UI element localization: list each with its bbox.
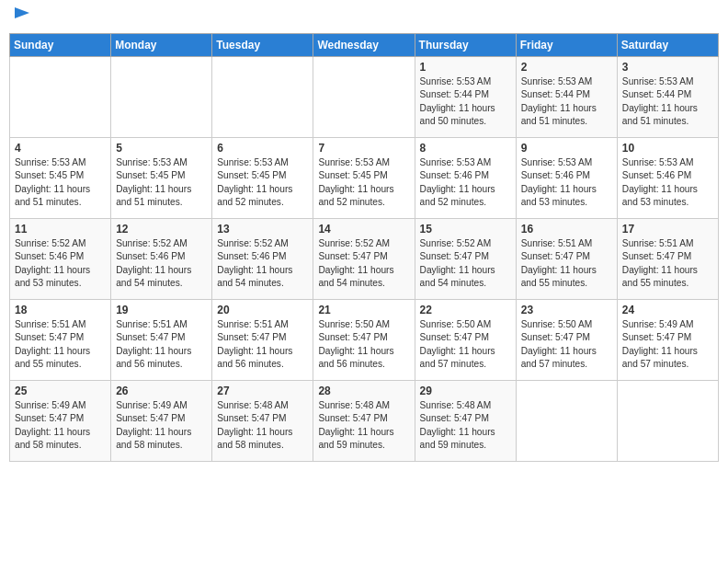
calendar-cell: 17Sunrise: 5:51 AM Sunset: 5:47 PM Dayli…: [617, 219, 718, 300]
day-info: Sunrise: 5:51 AM Sunset: 5:47 PM Dayligh…: [217, 318, 308, 371]
day-number: 16: [521, 223, 612, 236]
weekday-header-monday: Monday: [111, 34, 212, 57]
calendar-cell: 23Sunrise: 5:50 AM Sunset: 5:47 PM Dayli…: [516, 300, 617, 381]
calendar-week-row: 4Sunrise: 5:53 AM Sunset: 5:45 PM Daylig…: [10, 138, 719, 219]
day-number: 19: [116, 304, 207, 316]
day-number: 3: [622, 61, 713, 74]
day-info: Sunrise: 5:50 AM Sunset: 5:47 PM Dayligh…: [521, 318, 612, 371]
calendar-week-row: 18Sunrise: 5:51 AM Sunset: 5:47 PM Dayli…: [10, 300, 719, 381]
weekday-header-saturday: Saturday: [617, 34, 718, 57]
day-number: 28: [318, 385, 409, 397]
svg-marker-0: [15, 7, 29, 18]
day-info: Sunrise: 5:53 AM Sunset: 5:44 PM Dayligh…: [420, 75, 511, 128]
day-info: Sunrise: 5:53 AM Sunset: 5:46 PM Dayligh…: [622, 156, 713, 209]
day-info: Sunrise: 5:52 AM Sunset: 5:46 PM Dayligh…: [116, 237, 207, 290]
calendar-cell: 11Sunrise: 5:52 AM Sunset: 5:46 PM Dayli…: [10, 219, 111, 300]
calendar-cell: 1Sunrise: 5:53 AM Sunset: 5:44 PM Daylig…: [415, 57, 516, 138]
day-number: 26: [116, 385, 207, 397]
calendar-week-row: 1Sunrise: 5:53 AM Sunset: 5:44 PM Daylig…: [10, 57, 719, 138]
day-number: 6: [217, 142, 308, 155]
calendar-cell: 28Sunrise: 5:48 AM Sunset: 5:47 PM Dayli…: [313, 381, 415, 462]
weekday-header-wednesday: Wednesday: [313, 34, 415, 57]
day-info: Sunrise: 5:51 AM Sunset: 5:47 PM Dayligh…: [15, 318, 106, 371]
weekday-header-sunday: Sunday: [10, 34, 111, 57]
day-number: 14: [318, 223, 409, 236]
day-number: 20: [217, 304, 308, 316]
calendar-table: SundayMondayTuesdayWednesdayThursdayFrid…: [9, 33, 719, 462]
calendar-cell: 20Sunrise: 5:51 AM Sunset: 5:47 PM Dayli…: [212, 300, 313, 381]
day-number: 22: [420, 304, 511, 316]
calendar-cell: 9Sunrise: 5:53 AM Sunset: 5:46 PM Daylig…: [516, 138, 617, 219]
day-info: Sunrise: 5:53 AM Sunset: 5:44 PM Dayligh…: [521, 75, 612, 128]
day-info: Sunrise: 5:53 AM Sunset: 5:45 PM Dayligh…: [15, 156, 106, 209]
day-number: 13: [217, 223, 308, 236]
calendar-cell: 12Sunrise: 5:52 AM Sunset: 5:46 PM Dayli…: [111, 219, 212, 300]
calendar-cell: 3Sunrise: 5:53 AM Sunset: 5:44 PM Daylig…: [617, 57, 718, 138]
calendar-cell: 29Sunrise: 5:48 AM Sunset: 5:47 PM Dayli…: [415, 381, 516, 462]
calendar-cell: 10Sunrise: 5:53 AM Sunset: 5:46 PM Dayli…: [617, 138, 718, 219]
calendar-cell: 7Sunrise: 5:53 AM Sunset: 5:45 PM Daylig…: [313, 138, 415, 219]
day-number: 2: [521, 61, 612, 74]
day-info: Sunrise: 5:52 AM Sunset: 5:47 PM Dayligh…: [420, 237, 511, 290]
day-info: Sunrise: 5:49 AM Sunset: 5:47 PM Dayligh…: [15, 399, 106, 452]
calendar-cell: 25Sunrise: 5:49 AM Sunset: 5:47 PM Dayli…: [10, 381, 111, 462]
day-info: Sunrise: 5:51 AM Sunset: 5:47 PM Dayligh…: [116, 318, 207, 371]
day-number: 18: [15, 304, 106, 316]
day-number: 25: [15, 385, 106, 397]
logo-flag-icon: [11, 6, 31, 26]
day-info: Sunrise: 5:49 AM Sunset: 5:47 PM Dayligh…: [116, 399, 207, 452]
weekday-header-row: SundayMondayTuesdayWednesdayThursdayFrid…: [10, 34, 719, 57]
logo: [9, 15, 31, 26]
calendar-cell: 27Sunrise: 5:48 AM Sunset: 5:47 PM Dayli…: [212, 381, 313, 462]
day-info: Sunrise: 5:48 AM Sunset: 5:47 PM Dayligh…: [318, 399, 409, 452]
calendar-cell: [313, 57, 415, 138]
day-number: 11: [15, 223, 106, 236]
calendar-cell: [10, 57, 111, 138]
weekday-header-tuesday: Tuesday: [212, 34, 313, 57]
day-number: 5: [116, 142, 207, 155]
calendar-cell: 8Sunrise: 5:53 AM Sunset: 5:46 PM Daylig…: [415, 138, 516, 219]
day-info: Sunrise: 5:52 AM Sunset: 5:46 PM Dayligh…: [15, 237, 106, 290]
day-info: Sunrise: 5:53 AM Sunset: 5:44 PM Dayligh…: [622, 75, 713, 128]
calendar-cell: [516, 381, 617, 462]
day-info: Sunrise: 5:53 AM Sunset: 5:45 PM Dayligh…: [116, 156, 207, 209]
day-info: Sunrise: 5:48 AM Sunset: 5:47 PM Dayligh…: [217, 399, 308, 452]
calendar-cell: 18Sunrise: 5:51 AM Sunset: 5:47 PM Dayli…: [10, 300, 111, 381]
day-number: 7: [318, 142, 409, 155]
day-number: 23: [521, 304, 612, 316]
calendar-cell: 15Sunrise: 5:52 AM Sunset: 5:47 PM Dayli…: [415, 219, 516, 300]
day-info: Sunrise: 5:52 AM Sunset: 5:46 PM Dayligh…: [217, 237, 308, 290]
day-number: 4: [15, 142, 106, 155]
weekday-header-friday: Friday: [516, 34, 617, 57]
calendar-cell: 6Sunrise: 5:53 AM Sunset: 5:45 PM Daylig…: [212, 138, 313, 219]
calendar-cell: 2Sunrise: 5:53 AM Sunset: 5:44 PM Daylig…: [516, 57, 617, 138]
day-info: Sunrise: 5:53 AM Sunset: 5:45 PM Dayligh…: [318, 156, 409, 209]
calendar-cell: 19Sunrise: 5:51 AM Sunset: 5:47 PM Dayli…: [111, 300, 212, 381]
day-number: 29: [420, 385, 511, 397]
calendar-cell: 16Sunrise: 5:51 AM Sunset: 5:47 PM Dayli…: [516, 219, 617, 300]
day-number: 21: [318, 304, 409, 316]
day-info: Sunrise: 5:53 AM Sunset: 5:46 PM Dayligh…: [521, 156, 612, 209]
day-info: Sunrise: 5:53 AM Sunset: 5:46 PM Dayligh…: [420, 156, 511, 209]
day-number: 8: [420, 142, 511, 155]
day-number: 1: [420, 61, 511, 74]
calendar-cell: 22Sunrise: 5:50 AM Sunset: 5:47 PM Dayli…: [415, 300, 516, 381]
weekday-header-thursday: Thursday: [415, 34, 516, 57]
day-info: Sunrise: 5:53 AM Sunset: 5:45 PM Dayligh…: [217, 156, 308, 209]
page-header: [9, 9, 719, 26]
calendar-cell: 24Sunrise: 5:49 AM Sunset: 5:47 PM Dayli…: [617, 300, 718, 381]
day-number: 24: [622, 304, 713, 316]
day-info: Sunrise: 5:52 AM Sunset: 5:47 PM Dayligh…: [318, 237, 409, 290]
calendar-week-row: 11Sunrise: 5:52 AM Sunset: 5:46 PM Dayli…: [10, 219, 719, 300]
day-number: 15: [420, 223, 511, 236]
day-number: 9: [521, 142, 612, 155]
day-info: Sunrise: 5:49 AM Sunset: 5:47 PM Dayligh…: [622, 318, 713, 371]
calendar-cell: [111, 57, 212, 138]
day-info: Sunrise: 5:50 AM Sunset: 5:47 PM Dayligh…: [420, 318, 511, 371]
calendar-cell: [617, 381, 718, 462]
day-number: 17: [622, 223, 713, 236]
calendar-cell: 13Sunrise: 5:52 AM Sunset: 5:46 PM Dayli…: [212, 219, 313, 300]
calendar-cell: 4Sunrise: 5:53 AM Sunset: 5:45 PM Daylig…: [10, 138, 111, 219]
calendar-cell: 14Sunrise: 5:52 AM Sunset: 5:47 PM Dayli…: [313, 219, 415, 300]
day-info: Sunrise: 5:51 AM Sunset: 5:47 PM Dayligh…: [521, 237, 612, 290]
